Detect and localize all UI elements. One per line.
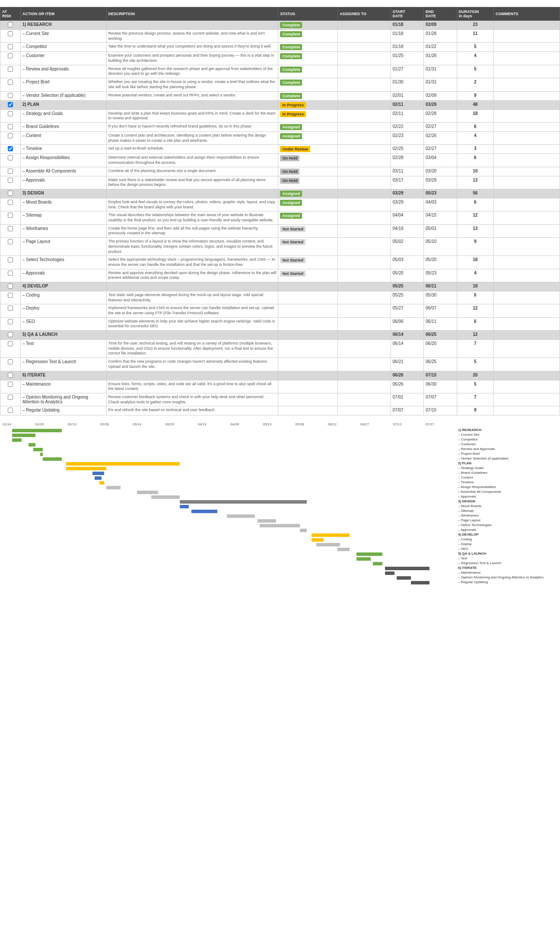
item-desc: Optimize website elements to help your s… [106,317,278,330]
item-checkbox[interactable] [8,44,13,49]
item-checkbox-cell[interactable] [0,176,21,189]
item-comments [493,304,560,317]
section-checkbox-cell[interactable] [0,189,21,198]
item-checkbox-cell[interactable] [0,30,21,43]
main-table-wrapper: ATRISK ACTION OR ITEM DESCRIPTION STATUS… [0,7,560,415]
item-checkbox-cell[interactable] [0,211,21,224]
item-checkbox[interactable] [8,359,13,364]
item-start: 01/18 [391,30,424,43]
item-checkbox[interactable] [8,382,13,387]
section-checkbox[interactable] [8,102,13,107]
item-checkbox-cell[interactable] [0,65,21,78]
item-duration: 7 [457,340,493,358]
item-checkbox[interactable] [8,155,13,160]
section-desc [106,21,278,30]
gantt-row [3,490,458,495]
item-assigned [338,131,391,144]
item-checkbox-cell[interactable] [0,198,21,211]
item-checkbox[interactable] [8,53,13,58]
item-desc: Ensure links, forms, scripts, video, and… [106,380,278,393]
item-checkbox[interactable] [8,133,13,138]
item-checkbox[interactable] [8,257,13,262]
item-duration: 5 [457,380,493,393]
section-checkbox-cell[interactable] [0,371,21,380]
item-checkbox-cell[interactable] [0,52,21,65]
item-end: 05/10 [424,238,457,256]
item-start: 03/11 [391,167,424,176]
item-end: 02/09 [424,91,457,100]
item-checkbox-cell[interactable] [0,43,21,52]
item-checkbox-cell[interactable] [0,145,21,154]
section-assigned [338,189,391,198]
item-checkbox[interactable] [8,169,13,174]
item-checkbox[interactable] [8,408,13,413]
gantt-labels: 1) RESEARCH– Current Site– Competitor– C… [458,422,557,585]
item-checkbox[interactable] [8,93,13,98]
status-badge: Assigned [280,133,302,139]
item-checkbox[interactable] [8,226,13,231]
table-row: – Timeline Set up a start-to-finish sche… [0,145,560,154]
item-checkbox-cell[interactable] [0,78,21,91]
section-checkbox[interactable] [8,191,13,196]
item-checkbox[interactable] [8,124,13,129]
gantt-label: – Coding [458,537,557,541]
item-checkbox[interactable] [8,80,13,85]
item-checkbox[interactable] [8,341,13,346]
item-checkbox-cell[interactable] [0,91,21,100]
item-checkbox[interactable] [8,395,13,400]
item-assigned [338,52,391,65]
item-checkbox-cell[interactable] [0,380,21,393]
item-checkbox[interactable] [8,213,13,218]
item-checkbox[interactable] [8,319,13,324]
item-end: 02/28 [424,109,457,122]
section-checkbox[interactable] [8,373,13,378]
item-checkbox-cell[interactable] [0,291,21,304]
item-checkbox[interactable] [8,293,13,298]
item-checkbox[interactable] [8,271,13,276]
section-checkbox[interactable] [8,332,13,337]
gantt-row [3,571,458,575]
item-checkbox[interactable] [8,111,13,116]
item-checkbox-cell[interactable] [0,131,21,144]
section-checkbox-cell[interactable] [0,282,21,291]
item-checkbox-cell[interactable] [0,224,21,237]
item-status: Not Started [278,238,338,256]
item-checkbox[interactable] [8,31,13,36]
section-checkbox-cell[interactable] [0,100,21,109]
item-checkbox-cell[interactable] [0,317,21,330]
item-duration: 12 [457,211,493,224]
section-checkbox[interactable] [8,284,13,289]
item-checkbox[interactable] [8,67,13,72]
item-checkbox-cell[interactable] [0,167,21,176]
item-checkbox-cell[interactable] [0,238,21,256]
section-checkbox-cell[interactable] [0,21,21,30]
item-checkbox-cell[interactable] [0,154,21,167]
item-checkbox[interactable] [8,146,13,151]
item-checkbox-cell[interactable] [0,269,21,282]
item-checkbox-cell[interactable] [0,256,21,269]
gantt-label: – Select Technologies [458,523,557,527]
section-checkbox[interactable] [8,22,13,27]
gantt-label: 5) QA & LAUNCH [458,551,557,555]
item-checkbox-cell[interactable] [0,406,21,415]
section-checkbox-cell[interactable] [0,331,21,340]
gantt-date-label: 02/28 [100,422,133,428]
item-action: – Competitor [20,43,106,52]
status-badge: Complete [280,53,302,59]
section-row-s3: 3) DESIGN Assigned 03/29 05/23 56 [0,189,560,198]
item-desc: Create the home page first, and then add… [106,224,278,237]
item-checkbox[interactable] [8,239,13,244]
item-checkbox[interactable] [8,178,13,183]
item-checkbox[interactable] [8,306,13,311]
item-checkbox-cell[interactable] [0,304,21,317]
status-badge: Complete [280,44,302,50]
item-checkbox[interactable] [8,200,13,205]
item-checkbox-cell[interactable] [0,358,21,371]
section-duration: 48 [457,100,493,109]
item-desc: Review potential vendors, create and sen… [106,91,278,100]
item-checkbox-cell[interactable] [0,109,21,122]
item-checkbox-cell[interactable] [0,122,21,131]
item-checkbox-cell[interactable] [0,393,21,406]
item-checkbox-cell[interactable] [0,340,21,358]
gantt-date-label: 06/27 [360,422,393,428]
